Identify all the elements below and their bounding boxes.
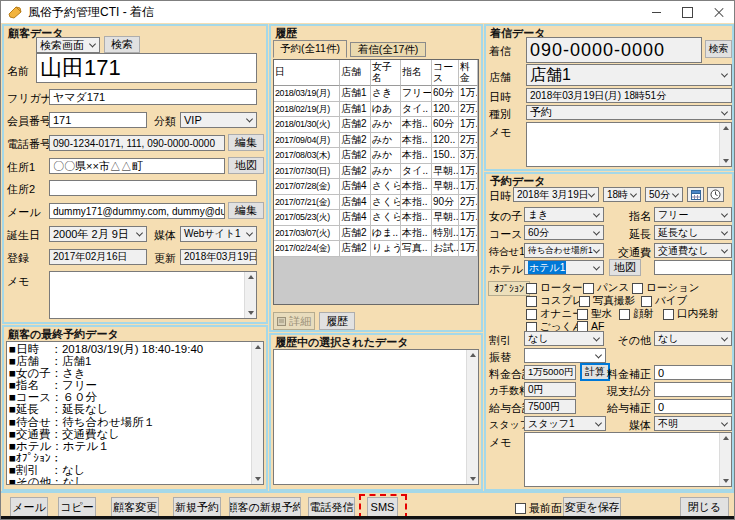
scrollbar[interactable]: [466, 350, 478, 484]
checkbox-icon[interactable]: [619, 309, 630, 320]
phone-input[interactable]: 090-1234-0171, 111, 090-0000-0000: [49, 135, 225, 151]
media-select[interactable]: Webサイト1: [180, 226, 257, 242]
search-mode-select[interactable]: 検索画面: [36, 37, 100, 53]
res-minute-select[interactable]: 50分: [645, 187, 683, 202]
transport-select[interactable]: 交通費なし: [654, 243, 732, 258]
copy-button[interactable]: コピー: [58, 497, 96, 517]
calendar-icon[interactable]: [687, 187, 704, 202]
incoming-number-input[interactable]: 090-0000-0000: [526, 37, 702, 63]
history-button[interactable]: 履歴: [319, 312, 355, 330]
hotel-free-input[interactable]: [654, 260, 732, 275]
name-input[interactable]: 山田171: [36, 53, 257, 83]
scrollbar[interactable]: [719, 433, 731, 486]
mail-button[interactable]: メール: [10, 497, 48, 517]
incoming-type-select[interactable]: 予約: [526, 105, 732, 120]
checkbox-icon[interactable]: [577, 321, 588, 332]
close-button[interactable]: 閉じる: [680, 497, 729, 517]
hotel-select[interactable]: ホテル1: [524, 260, 604, 275]
member-no-input[interactable]: 171: [49, 112, 147, 128]
detail-button[interactable]: 詳細: [273, 312, 315, 330]
table-row[interactable]: 2017/09/04(月)店舗2みか本指..120..2万..: [274, 133, 478, 149]
incoming-shop-select[interactable]: 店舗1: [526, 64, 732, 86]
checkbox-icon[interactable]: [577, 309, 588, 320]
last-reservation-textarea[interactable]: ■日時 ：2018/03/19(月) 18:40-19:40 ■店舗 ：店舗1 …: [6, 341, 264, 485]
option-cosplay[interactable]: コスプレ: [526, 294, 583, 308]
checkbox-icon[interactable]: [632, 283, 643, 294]
res-memo-textarea[interactable]: [524, 432, 732, 487]
option-kounai[interactable]: 口内発射: [663, 307, 719, 321]
scroll-up-icon[interactable]: [723, 436, 729, 440]
birth-select[interactable]: 2000年 2月 9日: [49, 226, 147, 242]
table-row[interactable]: 2017/02/24(金)店舗2りょう写真..お試..1万..: [274, 241, 478, 257]
fee-adjust-input[interactable]: 0: [654, 365, 732, 380]
extension-select[interactable]: 延長なし: [654, 225, 732, 240]
course-select[interactable]: 60分: [524, 225, 604, 240]
other-select[interactable]: なし: [654, 331, 732, 346]
table-row[interactable]: 2018/03/19(月)店舗1さきフリー60分1万..: [274, 86, 478, 102]
history-table[interactable]: 日 店舗 女子名 指名 コース 料金 2018/03/19(月)店舗1さきフリー…: [273, 59, 479, 305]
res-media-select[interactable]: 不明: [654, 416, 732, 431]
table-row[interactable]: 2017/03/07(火)店舗2ゆま..本指..特別..1万..: [274, 226, 478, 242]
scroll-down-icon[interactable]: [723, 159, 729, 163]
history-selection-textarea[interactable]: [273, 349, 479, 485]
option-onani[interactable]: オナニー: [526, 307, 583, 321]
option-photo[interactable]: 写真撮影: [579, 294, 635, 308]
option-lotion[interactable]: ローション: [632, 281, 699, 295]
scroll-up-icon[interactable]: [470, 353, 476, 357]
checkbox-icon[interactable]: [583, 283, 594, 294]
mail-edit-button[interactable]: 編集: [228, 202, 264, 219]
scroll-up-icon[interactable]: [255, 345, 261, 349]
table-row[interactable]: 2017/07/30(日)店舗2みかタイ..早朝..1万..: [274, 164, 478, 180]
checkbox-icon[interactable]: [526, 283, 537, 294]
tab-reservations[interactable]: 予約(全11件): [273, 40, 347, 58]
checkbox-icon[interactable]: [515, 503, 526, 514]
option-seisui[interactable]: 聖水: [577, 307, 612, 321]
addr2-input[interactable]: [49, 180, 257, 196]
mail-input[interactable]: dummy171@dummy.com, dummy@dummy.com: [49, 203, 225, 219]
addr1-input[interactable]: 〇〇県××市△△町: [49, 158, 225, 174]
res-hour-select[interactable]: 18時: [603, 187, 641, 202]
transfer-select[interactable]: [524, 348, 606, 363]
customer-search-button[interactable]: 検索: [104, 36, 140, 53]
checkbox-icon[interactable]: [526, 296, 537, 307]
res-date-select[interactable]: 2018年 3月19日: [513, 187, 599, 202]
customer-new-reservation-button[interactable]: 顧客の新規予約: [229, 497, 301, 517]
scroll-down-icon[interactable]: [255, 477, 261, 481]
scroll-up-icon[interactable]: [723, 126, 729, 130]
scrollbar[interactable]: [244, 272, 256, 318]
class-select[interactable]: VIP: [180, 112, 257, 128]
kana-input[interactable]: ヤマダ171: [49, 89, 257, 105]
scroll-down-icon[interactable]: [248, 311, 254, 315]
change-customer-button[interactable]: 顧客変更: [111, 497, 159, 517]
cash-input[interactable]: [654, 382, 732, 397]
new-reservation-button[interactable]: 新規予約: [173, 497, 221, 517]
clock-icon[interactable]: [707, 187, 724, 202]
phone-edit-button[interactable]: 編集: [228, 134, 264, 151]
checkbox-icon[interactable]: [579, 296, 590, 307]
table-row[interactable]: 2017/08/03(木)店舗2みか本指..150..3万..: [274, 148, 478, 164]
scrollbar[interactable]: [719, 123, 731, 166]
option-gansha[interactable]: 顔射: [619, 307, 654, 321]
scrollbar[interactable]: [251, 342, 263, 484]
customer-memo-textarea[interactable]: [49, 271, 257, 319]
table-row[interactable]: 2017/07/28(金)店舗4さくら本指..早朝..1万..: [274, 179, 478, 195]
tab-incoming-calls[interactable]: 着信(全17件): [350, 42, 426, 57]
checkbox-icon[interactable]: [526, 309, 537, 320]
addr1-map-button[interactable]: 地図: [228, 157, 264, 174]
minimize-icon[interactable]: [641, 1, 672, 23]
table-row[interactable]: 2018/02/19(月)店舗1ゆあタイ..120..2万..: [274, 102, 478, 118]
dial-button[interactable]: 電話発信: [308, 497, 355, 517]
hotel-map-button[interactable]: 地図: [609, 259, 641, 276]
discount-select[interactable]: なし: [524, 331, 604, 346]
table-row[interactable]: 2017/05/23(火)店舗4さくら本指..早朝..1万..: [274, 210, 478, 226]
girl-select[interactable]: まき: [524, 207, 604, 222]
table-row[interactable]: 2018/01/30(火)店舗2みか本指..60分1万..: [274, 117, 478, 133]
shimei-select[interactable]: フリー: [654, 207, 732, 222]
incoming-search-button[interactable]: 検索: [705, 40, 732, 58]
meeting-select[interactable]: 待ち合わせ場所1: [524, 243, 604, 258]
table-row[interactable]: 2017/07/21(金)店舗4さくら本指..90分2万..: [274, 195, 478, 211]
close-icon[interactable]: [703, 1, 734, 23]
staff-select[interactable]: スタッフ1: [524, 416, 606, 431]
salary-adjust-input[interactable]: 0: [654, 399, 732, 414]
scroll-down-icon[interactable]: [470, 477, 476, 481]
